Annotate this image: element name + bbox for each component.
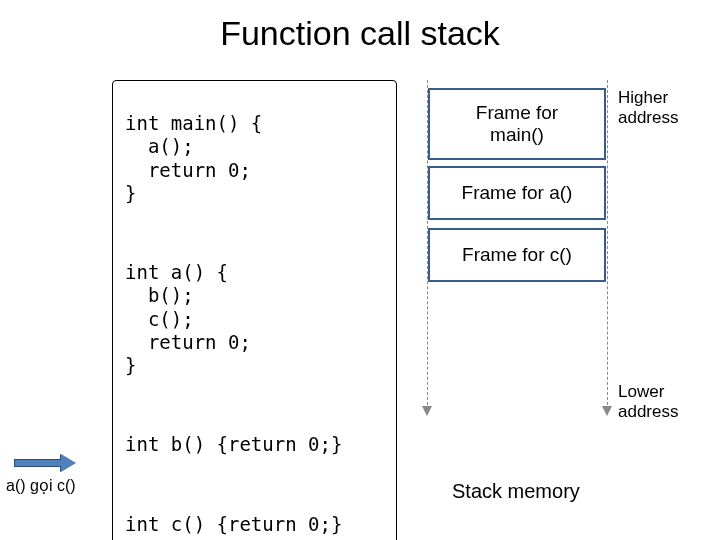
code-fn-b: int b() {return 0;} — [125, 433, 384, 456]
code-fn-main: int main() { a(); return 0; } — [125, 112, 384, 205]
code-fn-c: int c() {return 0;} — [125, 513, 384, 536]
page-title: Function call stack — [0, 14, 720, 53]
stack-frame-label: Frame for main() — [476, 102, 558, 146]
stack-frame-a: Frame for a() — [428, 166, 606, 220]
lower-address-label: Lower address — [618, 382, 678, 421]
stack-frame-c: Frame for c() — [428, 228, 606, 282]
stack-boundary-right — [607, 80, 608, 410]
code-fn-a: int a() { b(); c(); return 0; } — [125, 261, 384, 377]
growth-arrowhead-left-icon — [422, 406, 432, 416]
call-stack: Frame for main() Frame for a() Frame for… — [428, 88, 606, 282]
annotation-arrow-icon — [14, 456, 76, 470]
higher-address-label: Higher address — [618, 88, 678, 127]
stack-frame-label: Frame for a() — [462, 182, 573, 204]
annotation-caption: a() gọi c() — [6, 476, 76, 495]
growth-arrowhead-right-icon — [602, 406, 612, 416]
code-listing: int main() { a(); return 0; } int a() { … — [112, 80, 397, 540]
stack-frame-label: Frame for c() — [462, 244, 572, 266]
stack-frame-main: Frame for main() — [428, 88, 606, 160]
stack-memory-label: Stack memory — [452, 480, 580, 503]
